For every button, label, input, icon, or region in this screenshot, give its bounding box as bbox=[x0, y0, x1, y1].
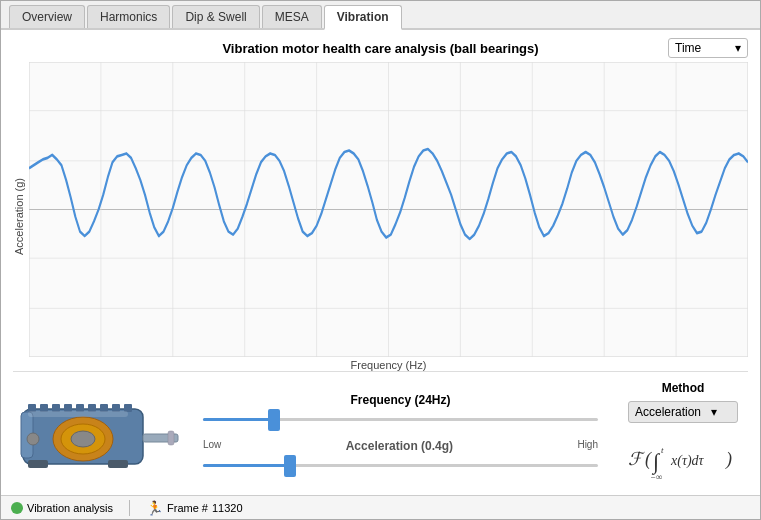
svg-rect-50 bbox=[168, 431, 174, 445]
svg-rect-39 bbox=[52, 404, 60, 412]
svg-text:): ) bbox=[725, 449, 732, 470]
svg-rect-38 bbox=[40, 404, 48, 412]
frame-label: Frame # bbox=[167, 502, 208, 514]
status-text: Vibration analysis bbox=[27, 502, 113, 514]
controls-section: Frequency (24Hz) Low Acceleration (0.4g)… bbox=[193, 393, 608, 475]
status-divider bbox=[129, 500, 130, 516]
chevron-down-icon: ▾ bbox=[711, 405, 717, 419]
formula-display: ℱ ( ∫ −∞ t x(τ)dτ ) bbox=[623, 437, 743, 486]
svg-text:x(τ)dτ: x(τ)dτ bbox=[670, 453, 705, 469]
svg-rect-43 bbox=[100, 404, 108, 412]
tab-mesa[interactable]: MESA bbox=[262, 5, 322, 28]
status-dot-green bbox=[11, 502, 23, 514]
x-axis-label: Frequency (Hz) bbox=[29, 359, 748, 371]
time-dropdown-label: Time bbox=[675, 41, 701, 55]
frequency-slider-thumb[interactable] bbox=[268, 409, 280, 431]
chart-title: Vibration motor health care analysis (ba… bbox=[93, 41, 668, 56]
svg-point-48 bbox=[71, 431, 95, 447]
method-dropdown-label: Acceleration bbox=[635, 405, 701, 419]
acceleration-label: Acceleration (0.4g) bbox=[346, 439, 453, 453]
method-section: Method Acceleration ▾ ℱ ( ∫ −∞ t bbox=[618, 381, 748, 486]
high-label: High bbox=[577, 439, 598, 453]
chevron-down-icon: ▾ bbox=[735, 41, 741, 55]
frame-number: 11320 bbox=[212, 502, 243, 514]
svg-rect-45 bbox=[124, 404, 132, 412]
svg-rect-41 bbox=[76, 404, 84, 412]
svg-text:(: ( bbox=[645, 449, 652, 470]
frame-info: 🏃 Frame # 11320 bbox=[146, 500, 243, 516]
tab-bar: Overview Harmonics Dip & Swell MESA Vibr… bbox=[1, 1, 760, 30]
method-dropdown[interactable]: Acceleration ▾ bbox=[628, 401, 738, 423]
svg-text:ℱ: ℱ bbox=[628, 449, 645, 469]
acceleration-control: Low Acceleration (0.4g) High bbox=[203, 439, 598, 475]
svg-rect-55 bbox=[28, 411, 128, 417]
tab-harmonics[interactable]: Harmonics bbox=[87, 5, 170, 28]
time-dropdown[interactable]: Time ▾ bbox=[668, 38, 748, 58]
svg-point-52 bbox=[27, 433, 39, 445]
frequency-slider-container bbox=[203, 411, 598, 429]
svg-rect-53 bbox=[28, 460, 48, 468]
svg-rect-54 bbox=[108, 460, 128, 468]
motor-image bbox=[13, 384, 183, 484]
running-person-icon: 🏃 bbox=[146, 500, 163, 516]
svg-text:−∞: −∞ bbox=[650, 472, 663, 482]
tab-dip-swell[interactable]: Dip & Swell bbox=[172, 5, 259, 28]
svg-rect-44 bbox=[112, 404, 120, 412]
acceleration-labels: Low Acceleration (0.4g) High bbox=[203, 439, 598, 453]
svg-rect-40 bbox=[64, 404, 72, 412]
low-label: Low bbox=[203, 439, 221, 453]
vibration-chart: 2 1.2 0.4 −0.4 −1.2 −2 0 25 50 75 100 12… bbox=[29, 62, 748, 357]
svg-rect-42 bbox=[88, 404, 96, 412]
method-label: Method bbox=[662, 381, 705, 395]
tab-vibration[interactable]: Vibration bbox=[324, 5, 402, 30]
tab-overview[interactable]: Overview bbox=[9, 5, 85, 28]
status-bar: Vibration analysis 🏃 Frame # 11320 bbox=[1, 495, 760, 519]
acceleration-slider-container bbox=[203, 457, 598, 475]
svg-rect-37 bbox=[28, 404, 36, 412]
svg-text:t: t bbox=[661, 445, 664, 455]
frequency-label: Frequency (24Hz) bbox=[350, 393, 450, 407]
frequency-control: Frequency (24Hz) bbox=[203, 393, 598, 429]
y-axis-label: Acceleration (g) bbox=[13, 62, 25, 371]
acceleration-slider-thumb[interactable] bbox=[284, 455, 296, 477]
status-indicator: Vibration analysis bbox=[11, 502, 113, 514]
